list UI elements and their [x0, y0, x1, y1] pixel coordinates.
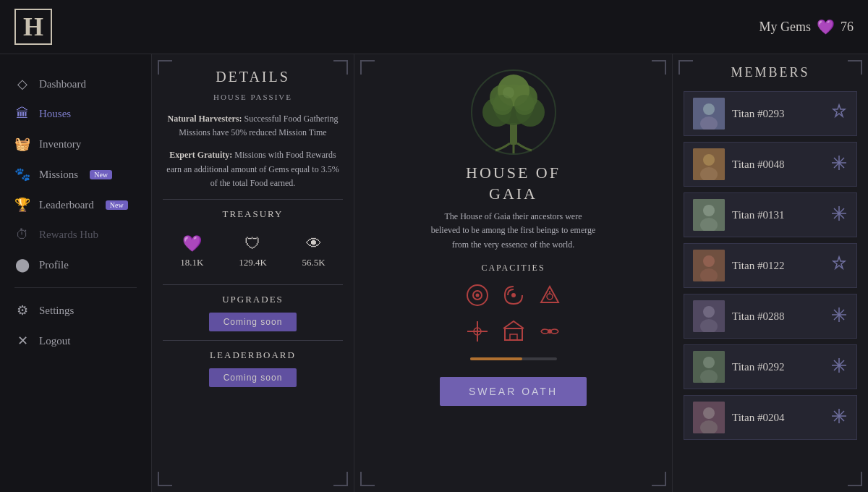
houses-icon: 🏛: [14, 106, 30, 122]
house-name: HOUSE OF GAIA: [466, 163, 561, 204]
member-card[interactable]: Titan #0131: [684, 192, 857, 237]
svg-point-52: [703, 357, 715, 368]
member-emblem-icon: [830, 154, 848, 175]
svg-point-9: [514, 95, 535, 115]
gems-label: My Gems: [760, 20, 812, 35]
members-title: MEMBERS: [684, 65, 857, 80]
missions-icon: 🐾: [14, 166, 30, 182]
capacity-cross: [463, 317, 492, 346]
member-card[interactable]: Titan #0204: [684, 395, 857, 440]
member-name: Titan #0122: [732, 260, 784, 272]
capacity-eye: [463, 281, 492, 310]
sidebar-item-label: Profile: [39, 259, 69, 271]
gems-area: My Gems 💜 76: [760, 18, 854, 35]
capacity-swirl: [499, 281, 528, 310]
member-info: Titan #0048: [693, 148, 784, 180]
details-panel: DETAILS HOUSE PASSIVE Natural Harvesters…: [152, 54, 354, 492]
settings-icon: ⚙: [14, 302, 30, 318]
eye-treasury-icon: 👁: [306, 234, 322, 253]
shield-treasury-icon: 🛡: [244, 234, 260, 253]
capacity-progress-fill: [470, 357, 522, 360]
sidebar-item-label: Settings: [39, 305, 74, 317]
member-avatar: [693, 250, 725, 281]
svg-point-16: [547, 294, 553, 300]
gems-treasury-value: 18.1K: [180, 257, 203, 268]
sidebar-item-label: Inventory: [39, 138, 81, 150]
logout-icon: ✕: [14, 333, 30, 349]
member-info: Titan #0292: [693, 351, 784, 383]
member-card[interactable]: Titan #0292: [684, 344, 857, 389]
leaderboard-coming-soon-button[interactable]: Coming soon: [209, 368, 297, 387]
svg-point-10: [503, 87, 514, 98]
member-emblem-icon: [830, 103, 848, 124]
member-emblem-icon: [830, 407, 848, 428]
member-avatar: [693, 300, 725, 332]
upgrades-coming-soon-button[interactable]: Coming soon: [209, 313, 297, 331]
leaderboard-icon: 🏆: [14, 197, 30, 213]
treasury-shield: 🛡 129.4K: [239, 234, 267, 268]
svg-point-35: [703, 205, 715, 216]
eye-treasury-value: 56.5K: [302, 257, 326, 268]
svg-rect-22: [510, 334, 517, 340]
sidebar-item-rewards-hub: ⏱ Rewards Hub: [0, 220, 151, 250]
capacity-building: [499, 317, 528, 346]
svg-point-23: [548, 329, 552, 334]
treasury-gems: 💜 18.1K: [180, 234, 203, 268]
gem-icon: 💜: [817, 18, 835, 35]
member-name: Titan #0204: [732, 412, 784, 424]
svg-point-14: [511, 293, 516, 297]
svg-point-42: [703, 255, 715, 267]
leaderboard-badge: New: [106, 200, 128, 210]
leaderboard-section-label: LEADERBOARD: [163, 349, 343, 361]
member-name: Titan #0131: [732, 209, 784, 221]
member-info: Titan #0293: [693, 98, 784, 130]
members-panel: MEMBERS Titan #0293 Titan #0048: [673, 54, 868, 492]
sidebar-item-missions[interactable]: 🐾 Missions New: [0, 159, 151, 190]
member-emblem-icon: [830, 205, 848, 226]
sidebar-item-logout[interactable]: ✕ Logout: [0, 326, 151, 356]
details-title: DETAILS: [163, 69, 343, 85]
gems-treasury-icon: 💜: [182, 234, 202, 253]
svg-point-28: [703, 154, 715, 166]
house-description: The House of Gaia their ancestors were b…: [430, 210, 597, 252]
member-card[interactable]: Titan #0048: [684, 142, 857, 187]
member-avatar: [693, 148, 725, 180]
member-avatar: [693, 98, 725, 130]
main-content: DETAILS HOUSE PASSIVE Natural Harvesters…: [152, 54, 868, 492]
member-info: Titan #0122: [693, 250, 784, 281]
treasury-label: TREASURY: [163, 208, 343, 220]
member-card[interactable]: Titan #0293: [684, 91, 857, 136]
svg-point-59: [703, 407, 715, 419]
swear-oath-button[interactable]: SWEAR OATH: [440, 377, 587, 406]
member-info: Titan #0204: [693, 402, 784, 433]
sidebar-item-houses[interactable]: 🏛 Houses: [0, 99, 151, 129]
header: H My Gems 💜 76: [0, 0, 868, 54]
rewards-hub-icon: ⏱: [14, 227, 30, 242]
sidebar-item-label: Rewards Hub: [39, 229, 98, 241]
sidebar-item-label: Houses: [39, 108, 71, 120]
sidebar-item-leaderboard[interactable]: 🏆 Leaderboard New: [0, 190, 151, 220]
sidebar-item-profile[interactable]: ⬤ Profile: [0, 250, 151, 280]
member-card[interactable]: Titan #0122: [684, 243, 857, 288]
svg-point-13: [475, 293, 479, 297]
sidebar-item-label: Logout: [39, 335, 70, 347]
member-card[interactable]: Titan #0288: [684, 294, 857, 339]
capacity-wings: [535, 317, 564, 346]
member-name: Titan #0288: [732, 310, 784, 323]
sidebar-item-settings[interactable]: ⚙ Settings: [0, 295, 151, 326]
missions-badge: New: [90, 170, 112, 179]
sidebar-item-dashboard[interactable]: ◇ Dashboard: [0, 69, 151, 99]
treasury-eye: 👁 56.5K: [302, 234, 326, 268]
dashboard-icon: ◇: [14, 76, 30, 92]
capacities-grid: [463, 281, 564, 346]
capacities-label: CAPACITIES: [481, 263, 545, 273]
sidebar-item-inventory[interactable]: 🧺 Inventory: [0, 129, 151, 159]
passive-text-1: Natural Harvesters: Successful Food Gath…: [163, 112, 343, 140]
member-emblem-icon: [830, 306, 848, 327]
member-avatar: [693, 199, 725, 231]
member-emblem-icon: [830, 357, 848, 378]
member-name: Titan #0293: [732, 108, 784, 120]
inventory-icon: 🧺: [14, 136, 30, 152]
upgrades-label: UPGRADES: [163, 294, 343, 305]
logo: H: [14, 9, 52, 45]
